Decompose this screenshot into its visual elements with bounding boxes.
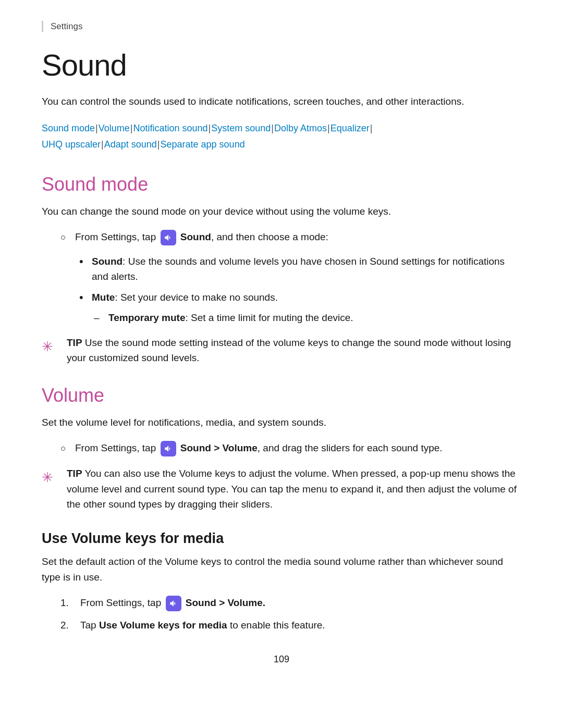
volume-bullet-outer: ○ From Settings, tap Sound > Volume, and… — [60, 440, 521, 456]
use-volume-step-1: 1. From Settings, tap Sound > Volume. — [60, 595, 521, 611]
nav-link-notification-sound[interactable]: Notification sound — [133, 123, 208, 133]
sound-mode-desc: You can change the sound mode on your de… — [42, 204, 521, 219]
use-volume-step-2: 2. Tap Use Volume keys for media to enab… — [60, 618, 521, 633]
sound-mode-tip: ✳ TIP Use the sound mode setting instead… — [42, 335, 521, 366]
sound-mode-mute-text: Mute: Set your device to make no sounds. — [92, 290, 278, 305]
breadcrumb-label: Settings — [51, 21, 82, 31]
volume-tip: ✳ TIP You can also use the Volume keys t… — [42, 466, 521, 512]
intro-text: You can control the sounds used to indic… — [42, 94, 521, 109]
step-1-text: From Settings, tap Sound > Volume. — [80, 595, 265, 611]
sound-mode-sound-text: Sound: Use the sounds and volume levels … — [92, 254, 521, 285]
use-volume-desc: Set the default action of the Volume key… — [42, 554, 521, 585]
bullet-dot-icon: • — [79, 256, 87, 267]
sound-mode-temp-mute-text: Temporary mute: Set a time limit for mut… — [108, 310, 353, 325]
sound-icon-1 — [161, 230, 176, 245]
step-2-text: Tap Use Volume keys for media to enable … — [80, 618, 325, 633]
sound-icon-3 — [166, 596, 181, 611]
sound-mode-tip-text: TIP Use the sound mode setting instead o… — [67, 335, 521, 366]
page-number: 109 — [42, 654, 521, 665]
nav-link-sound-mode[interactable]: Sound mode — [42, 123, 95, 133]
step-number-2: 2. — [60, 618, 75, 633]
volume-outer-text: From Settings, tap Sound > Volume, and d… — [75, 440, 443, 456]
sound-mode-outer-text: From Settings, tap Sound, and then choos… — [75, 229, 328, 245]
bullet-circle-icon: ○ — [60, 231, 70, 244]
sound-icon-2 — [161, 441, 176, 456]
sound-mode-title: Sound mode — [42, 174, 521, 195]
use-volume-title: Use Volume keys for media — [42, 530, 521, 547]
nav-link-separate-app-sound[interactable]: Separate app sound — [161, 139, 245, 150]
nav-link-volume[interactable]: Volume — [99, 123, 130, 133]
sound-mode-bullet-temp-mute: – Temporary mute: Set a time limit for m… — [94, 310, 521, 325]
nav-link-dolby-atmos[interactable]: Dolby Atmos — [274, 123, 327, 133]
volume-title: Volume — [42, 385, 521, 406]
use-volume-steps: 1. From Settings, tap Sound > Volume. 2.… — [60, 595, 521, 633]
sound-mode-bullet-mute: • Mute: Set your device to make no sound… — [79, 290, 521, 305]
nav-link-uhq-upscaler[interactable]: UHQ upscaler — [42, 139, 101, 150]
bullet-dot-icon-2: • — [79, 292, 87, 303]
nav-link-system-sound[interactable]: System sound — [211, 123, 271, 133]
sound-mode-bullet-sound: • Sound: Use the sounds and volume level… — [79, 254, 521, 285]
breadcrumb: Settings — [42, 21, 521, 32]
nav-link-adapt-sound[interactable]: Adapt sound — [104, 139, 157, 150]
tip-sun-icon-2: ✳ — [42, 467, 59, 488]
page-title: Sound — [42, 47, 521, 82]
sound-mode-section: Sound mode You can change the sound mode… — [42, 174, 521, 366]
volume-tip-text: TIP You can also use the Volume keys to … — [67, 466, 521, 512]
bullet-circle-icon-2: ○ — [60, 442, 70, 455]
volume-desc: Set the volume level for notifications, … — [42, 415, 521, 430]
use-volume-section: Use Volume keys for media Set the defaul… — [42, 530, 521, 633]
volume-section: Volume Set the volume level for notifica… — [42, 385, 521, 512]
nav-links: Sound mode|Volume|Notification sound|Sys… — [42, 120, 521, 152]
step-number-1: 1. — [60, 595, 75, 610]
bullet-dash-icon: – — [94, 310, 103, 325]
nav-link-equalizer[interactable]: Equalizer — [331, 123, 370, 133]
tip-sun-icon: ✳ — [42, 336, 59, 357]
sound-mode-bullet-outer: ○ From Settings, tap Sound, and then cho… — [60, 229, 521, 245]
